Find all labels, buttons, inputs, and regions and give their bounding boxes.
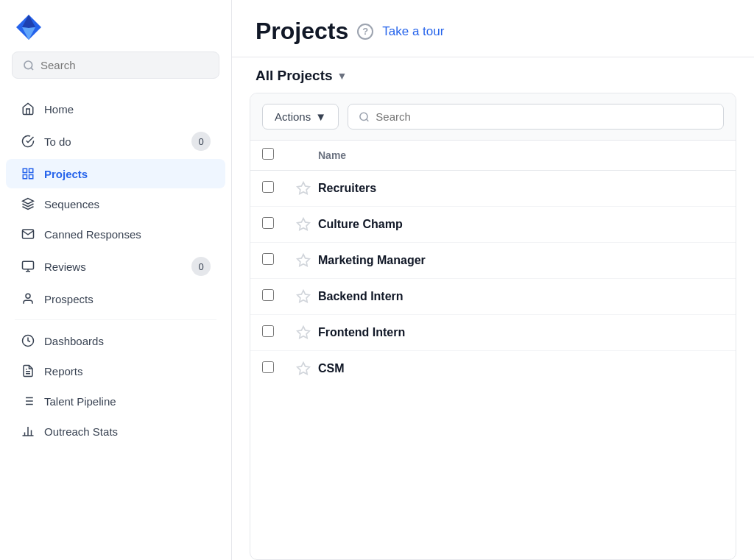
help-icon[interactable]: ? xyxy=(357,24,373,40)
row-checkbox-col xyxy=(262,181,289,196)
table-row: Frontend Intern xyxy=(250,315,736,351)
sidebar-item-outreach-stats[interactable]: Outreach Stats xyxy=(6,417,225,446)
sidebar-item-prospects[interactable]: Prospects xyxy=(6,284,225,313)
sidebar-item-label: Projects xyxy=(44,168,88,180)
table-body: Recruiters Culture Champ Marketing Manag… xyxy=(250,171,736,386)
reviews-badge: 0 xyxy=(191,257,211,276)
table-row: Backend Intern xyxy=(250,279,736,315)
svg-point-3 xyxy=(24,61,32,69)
file-text-icon xyxy=(21,364,35,378)
row-checkbox-col xyxy=(262,361,289,376)
sidebar-item-reviews[interactable]: Reviews 0 xyxy=(6,249,225,283)
row-checkbox[interactable] xyxy=(262,217,274,229)
svg-rect-5 xyxy=(29,169,33,172)
search-icon xyxy=(359,111,370,123)
row-checkbox-col xyxy=(262,289,289,304)
all-projects-label: All Projects xyxy=(256,68,333,84)
sidebar-item-label: Dashboards xyxy=(44,335,104,347)
mail-icon xyxy=(21,227,35,241)
project-name: Culture Champ xyxy=(318,218,724,231)
app-logo xyxy=(15,13,43,41)
sidebar-item-todo[interactable]: To do 0 xyxy=(6,124,225,158)
table-row: Culture Champ xyxy=(250,207,736,243)
star-icon[interactable] xyxy=(289,217,318,232)
sidebar-item-label: Reports xyxy=(44,365,83,378)
gauge-icon xyxy=(21,333,35,348)
svg-marker-31 xyxy=(297,363,310,375)
project-name: Backend Intern xyxy=(318,290,724,303)
row-checkbox[interactable] xyxy=(262,289,274,301)
table-row: CSM xyxy=(250,351,736,386)
search-input[interactable] xyxy=(40,59,208,71)
monitor-icon xyxy=(21,259,35,274)
svg-point-12 xyxy=(26,294,30,298)
sidebar-item-label: To do xyxy=(44,135,71,148)
sidebar-item-label: Canned Responses xyxy=(44,228,141,241)
sidebar-item-dashboards[interactable]: Dashboards xyxy=(6,326,225,355)
table-header: Name xyxy=(250,141,736,171)
svg-rect-6 xyxy=(23,175,27,179)
sidebar-item-label: Reviews xyxy=(44,260,86,273)
svg-rect-9 xyxy=(23,261,34,269)
svg-marker-30 xyxy=(297,327,310,339)
bar-chart-icon xyxy=(21,424,35,439)
svg-marker-27 xyxy=(297,219,310,230)
sidebar-navigation: Home To do 0 Projects xyxy=(0,91,231,560)
sidebar-item-talent-pipeline[interactable]: Talent Pipeline xyxy=(6,386,225,416)
row-checkbox-col xyxy=(262,217,289,232)
page-header: Projects ? Take a tour xyxy=(232,0,754,57)
svg-marker-26 xyxy=(297,182,310,194)
row-checkbox[interactable] xyxy=(262,325,274,337)
actions-chevron-icon: ▼ xyxy=(315,110,326,123)
row-checkbox-col xyxy=(262,253,289,268)
sidebar-item-reports[interactable]: Reports xyxy=(6,356,225,386)
project-name: Recruiters xyxy=(318,182,724,195)
svg-marker-8 xyxy=(23,199,34,205)
select-all-checkbox[interactable] xyxy=(262,148,274,160)
take-tour-link[interactable]: Take a tour xyxy=(382,24,444,39)
row-checkbox[interactable] xyxy=(262,253,274,265)
row-checkbox[interactable] xyxy=(262,361,274,373)
sidebar-item-canned-responses[interactable]: Canned Responses xyxy=(6,219,225,249)
star-icon[interactable] xyxy=(289,181,318,196)
sidebar-item-label: Talent Pipeline xyxy=(44,395,116,408)
main-content: Projects ? Take a tour All Projects ▼ Ac… xyxy=(232,0,754,560)
svg-marker-28 xyxy=(297,255,310,266)
sidebar-search-area xyxy=(0,52,231,91)
projects-table-container: Actions ▼ Name xyxy=(250,93,736,560)
svg-rect-7 xyxy=(29,175,33,179)
star-icon[interactable] xyxy=(289,325,318,340)
filter-icon xyxy=(21,394,35,408)
sidebar-item-label: Home xyxy=(44,103,74,116)
check-circle-icon xyxy=(21,134,35,149)
star-icon[interactable] xyxy=(289,289,318,304)
table-toolbar: Actions ▼ xyxy=(250,93,736,141)
table-row: Recruiters xyxy=(250,171,736,207)
actions-button[interactable]: Actions ▼ xyxy=(262,104,339,130)
all-projects-dropdown[interactable]: All Projects ▼ xyxy=(256,68,347,84)
column-name-header: Name xyxy=(318,149,724,161)
project-name: Frontend Intern xyxy=(318,326,724,339)
sidebar-item-home[interactable]: Home xyxy=(6,94,225,124)
sidebar-item-sequences[interactable]: Sequences xyxy=(6,189,225,219)
star-icon[interactable] xyxy=(289,361,318,376)
user-icon xyxy=(21,291,35,306)
svg-marker-29 xyxy=(297,291,310,302)
search-box[interactable] xyxy=(12,52,219,79)
chevron-down-icon: ▼ xyxy=(337,70,348,82)
row-checkbox[interactable] xyxy=(262,181,274,193)
sidebar-item-label: Prospects xyxy=(44,293,94,305)
logo-area xyxy=(0,0,231,52)
nav-divider xyxy=(15,319,216,320)
table-search-box[interactable] xyxy=(348,104,724,130)
grid-icon xyxy=(21,166,35,181)
table-search-input[interactable] xyxy=(376,110,713,123)
sidebar-item-label: Outreach Stats xyxy=(44,425,118,438)
actions-label: Actions xyxy=(275,110,311,123)
todo-badge: 0 xyxy=(191,132,211,151)
sidebar-item-projects[interactable]: Projects xyxy=(6,159,225,188)
home-icon xyxy=(21,102,35,116)
svg-rect-4 xyxy=(23,169,27,172)
project-name: CSM xyxy=(318,362,724,375)
star-icon[interactable] xyxy=(289,253,318,268)
